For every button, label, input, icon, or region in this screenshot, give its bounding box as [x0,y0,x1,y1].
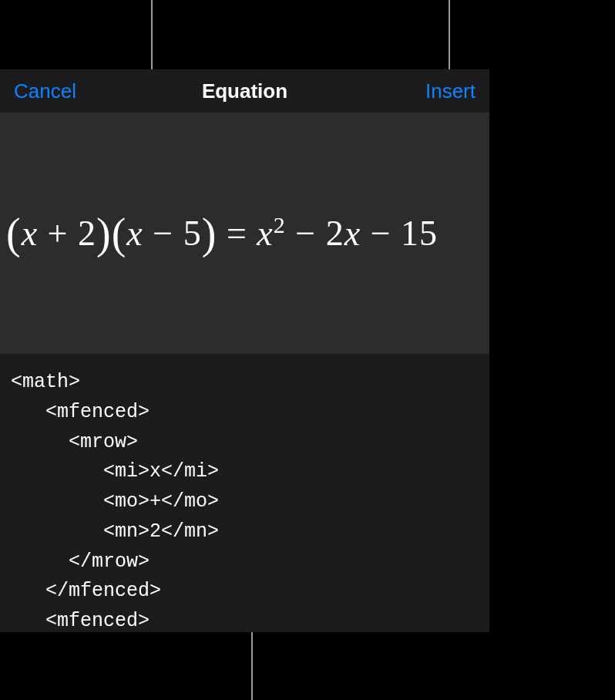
dialog-header: Cancel Equation Insert [0,69,489,113]
dialog-title: Equation [202,79,287,103]
mathml-code-input[interactable]: <math> <mfenced> <mrow> <mi>x</mi> <mo>+… [0,354,489,632]
cancel-button[interactable]: Cancel [14,79,76,103]
equation-preview: (x + 2)(x − 5) = x2 − 2x − 15 [0,113,489,354]
equation-render: (x + 2)(x − 5) = x2 − 2x − 15 [6,209,438,258]
insert-button[interactable]: Insert [425,79,476,103]
equation-dialog: Cancel Equation Insert (x + 2)(x − 5) = … [0,69,489,632]
callout-line-insert [449,0,450,69]
